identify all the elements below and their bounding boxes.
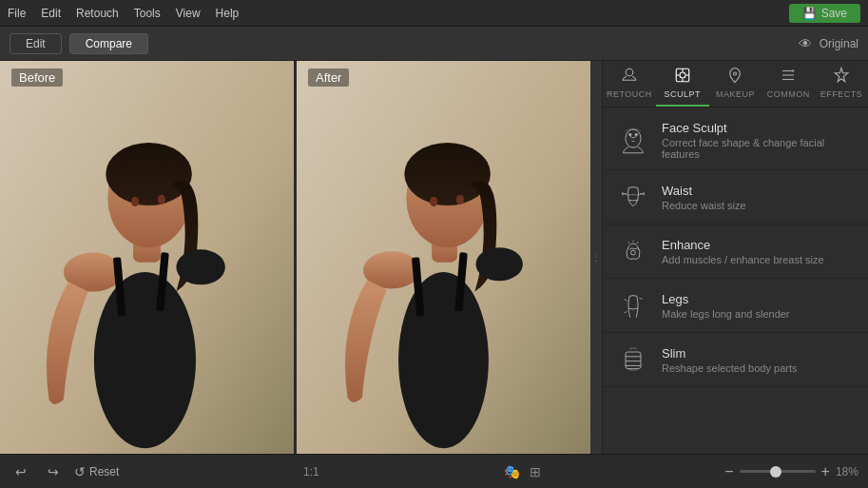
waist-desc: Reduce waist size (662, 200, 746, 211)
legs-info: Legs Make legs long and slender (662, 292, 790, 320)
legs-icon (616, 288, 650, 322)
svg-rect-52 (626, 352, 641, 369)
sculpt-label: SCULPT (664, 89, 701, 99)
save-icon: 💾 (802, 7, 817, 20)
svg-point-24 (626, 68, 633, 76)
tab-common[interactable]: COMMON (762, 61, 815, 107)
enhance-name: Enhance (662, 238, 824, 252)
tool-face-sculpt[interactable]: Face Sculpt Correct face shape & change … (603, 111, 868, 170)
tab-effects[interactable]: EFFECTS (815, 61, 868, 107)
zoom-minus[interactable]: − (724, 463, 733, 480)
zoom-controls: − + 18% (724, 463, 858, 480)
right-panel: RETOUCH SCULPT (602, 61, 868, 454)
fit-icon: ⊞ (530, 464, 541, 479)
svg-point-40 (635, 133, 637, 135)
svg-point-5 (106, 143, 192, 205)
before-label: Before (11, 68, 63, 87)
svg-marker-37 (835, 68, 848, 82)
canvas-area: Before (0, 61, 602, 454)
legs-desc: Make legs long and slender (662, 308, 790, 320)
tool-enhance[interactable]: Enhance Add muscles / enhance breast siz… (603, 224, 868, 279)
main-layout: Before (0, 61, 868, 454)
svg-point-26 (680, 72, 685, 78)
zoom-percent: 18% (836, 465, 858, 478)
reset-icon: ↺ (74, 464, 86, 479)
retouch-icon (621, 67, 638, 88)
redo-button[interactable]: ↪ (42, 462, 65, 481)
menu-retouch[interactable]: Retouch (76, 7, 119, 20)
tab-sculpt[interactable]: SCULPT (656, 61, 709, 107)
tool-legs[interactable]: Legs Make legs long and slender (603, 279, 868, 333)
after-photo (297, 61, 590, 454)
original-label: Original (820, 37, 858, 50)
mask-icon: 🎭 (504, 464, 520, 479)
eye-icon: 👁 (799, 36, 812, 51)
menu-file[interactable]: File (8, 7, 26, 20)
slim-desc: Reshape selected body parts (662, 362, 797, 374)
resize-handle[interactable] (590, 61, 602, 454)
makeup-label: MAKEUP (716, 89, 755, 99)
before-panel: Before (0, 61, 294, 454)
enhance-info: Enhance Add muscles / enhance breast siz… (662, 238, 824, 265)
svg-point-45 (631, 250, 636, 255)
menu-view[interactable]: View (176, 7, 201, 20)
svg-point-39 (629, 133, 631, 135)
menu-help[interactable]: Help (216, 7, 240, 20)
svg-point-10 (131, 197, 139, 206)
retouch-label: RETOUCH (607, 89, 652, 99)
save-label: Save (821, 7, 847, 20)
tab-retouch[interactable]: RETOUCH (603, 61, 656, 107)
category-tabs: RETOUCH SCULPT (603, 61, 868, 107)
zoom-plus[interactable]: + (821, 463, 830, 480)
sculpt-icon (674, 67, 691, 88)
menu-edit[interactable]: Edit (41, 7, 61, 20)
waist-icon (616, 180, 650, 214)
compare-tab[interactable]: Compare (69, 33, 148, 54)
tab-makeup[interactable]: MAKEUP (709, 61, 762, 107)
zoom-slider-thumb (770, 466, 781, 478)
svg-point-14 (398, 272, 489, 448)
tool-list: Face Sculpt Correct face shape & change … (603, 107, 868, 454)
undo-button[interactable]: ↩ (10, 462, 32, 481)
svg-point-7 (176, 249, 225, 284)
makeup-icon (726, 67, 743, 88)
svg-line-48 (628, 242, 629, 244)
menu-tools[interactable]: Tools (134, 7, 161, 20)
face-sculpt-info: Face Sculpt Correct face shape & change … (662, 121, 855, 160)
svg-line-50 (639, 298, 642, 300)
toolbar: Edit Compare 👁 Original (0, 27, 868, 61)
waist-name: Waist (662, 184, 746, 198)
zoom-ratio: 1:1 (303, 465, 319, 478)
before-photo (0, 61, 294, 454)
enhance-icon (616, 234, 650, 268)
svg-line-51 (624, 311, 627, 313)
save-button[interactable]: 💾 Save (789, 4, 860, 23)
common-label: COMMON (767, 89, 810, 99)
svg-point-2 (94, 272, 196, 448)
zoom-slider[interactable] (740, 470, 816, 473)
svg-point-31 (734, 72, 737, 75)
menubar: File Edit Retouch Tools View Help 💾 Save (0, 0, 868, 27)
svg-line-49 (624, 300, 627, 302)
slim-icon (616, 342, 650, 377)
svg-point-11 (158, 195, 165, 205)
effects-icon (833, 67, 850, 88)
svg-point-22 (430, 197, 437, 206)
enhance-desc: Add muscles / enhance breast size (662, 254, 824, 265)
bottombar: ↩ ↪ ↺ Reset 1:1 🎭 ⊞ − + 18% (0, 454, 868, 488)
after-panel: After (297, 61, 590, 454)
tool-slim[interactable]: Slim Reshape selected body parts (603, 333, 868, 387)
edit-tab[interactable]: Edit (10, 33, 62, 54)
reset-label: Reset (89, 465, 119, 478)
view-controls: 👁 Original (799, 36, 858, 51)
slim-info: Slim Reshape selected body parts (662, 346, 797, 374)
tool-waist[interactable]: Waist Reduce waist size (603, 170, 868, 224)
face-sculpt-desc: Correct face shape & change facial featu… (662, 137, 855, 160)
slim-name: Slim (662, 346, 797, 361)
svg-point-23 (456, 195, 464, 205)
waist-info: Waist Reduce waist size (662, 184, 746, 211)
svg-point-17 (404, 143, 491, 205)
after-label: After (308, 68, 349, 87)
reset-button[interactable]: ↺ Reset (74, 464, 119, 479)
face-sculpt-name: Face Sculpt (662, 121, 855, 135)
